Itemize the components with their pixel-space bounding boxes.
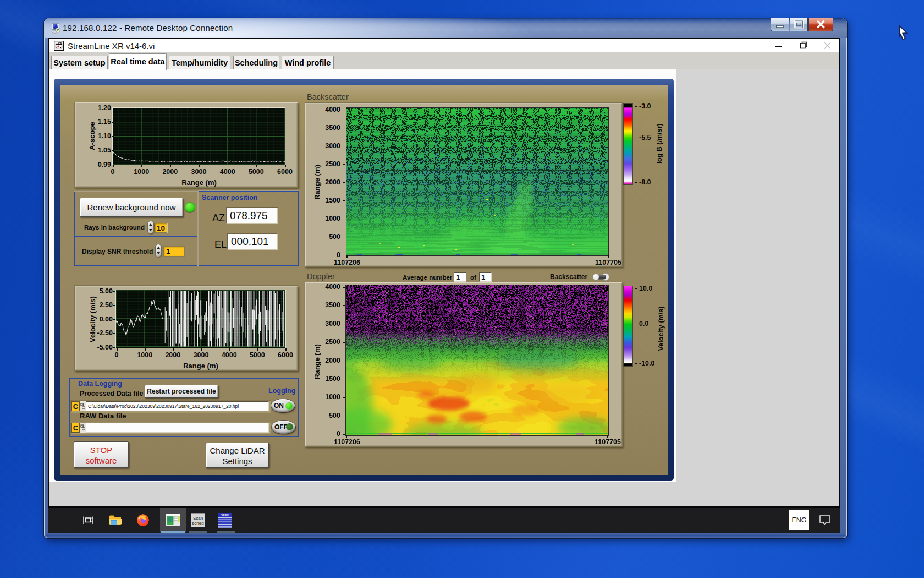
svg-text:SEEK: SEEK	[221, 514, 229, 517]
